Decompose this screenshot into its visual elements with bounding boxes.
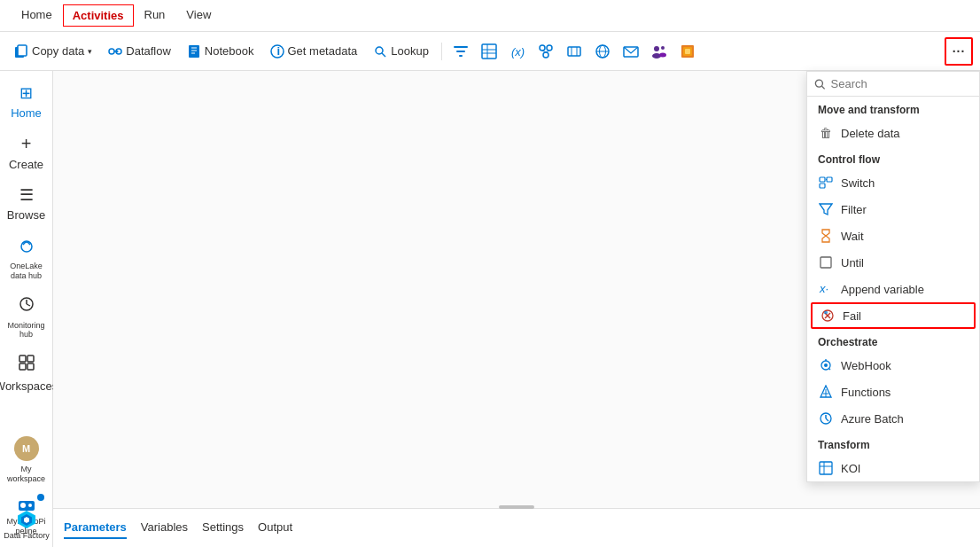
more-options-button[interactable]: ···: [945, 37, 973, 66]
sidebar-item-onelake[interactable]: OneLakedata hub: [4, 231, 50, 286]
svg-point-3: [109, 49, 114, 54]
sidebar-item-my-workspace[interactable]: M Myworkspace: [4, 431, 50, 489]
data-factory-label-container: Data Factory: [0, 503, 53, 547]
kol-item[interactable]: KOI: [807, 455, 979, 481]
delete-data-icon: 🗑: [818, 125, 834, 141]
pipeline-icon-btn-1[interactable]: [447, 40, 474, 63]
dataflow-label: Dataflow: [126, 44, 171, 58]
nav-view[interactable]: View: [175, 3, 222, 28]
pipeline-icon-btn-2[interactable]: [476, 40, 502, 63]
lookup-icon: [373, 44, 387, 59]
nav-home[interactable]: Home: [11, 3, 63, 28]
get-metadata-label: Get metadata: [288, 44, 358, 58]
until-item[interactable]: Until: [807, 249, 979, 276]
sidebar: ⊞ Home + Create ☰ Browse OneLakedata hub: [0, 71, 53, 547]
svg-rect-16: [456, 51, 465, 52]
delete-data-item[interactable]: 🗑 Delete data: [807, 120, 979, 146]
fail-label: Fail: [843, 309, 861, 323]
functions-item[interactable]: Functions: [807, 379, 979, 405]
lookup-button[interactable]: Lookup: [366, 41, 436, 62]
section-title-orchestrate: Orchestrate: [807, 329, 979, 352]
svg-rect-72: [19, 356, 26, 362]
search-input[interactable]: [831, 77, 972, 90]
kol-icon: [818, 460, 834, 476]
activities-dropdown: Move and transform 🗑 Delete data Control…: [806, 71, 980, 482]
sidebar-workspaces-label: Workspaces: [0, 379, 58, 393]
svg-rect-75: [27, 363, 34, 370]
sidebar-item-create[interactable]: + Create: [4, 129, 50, 176]
svg-rect-18: [482, 44, 496, 59]
append-variable-item[interactable]: x· Append variable: [807, 276, 979, 302]
functions-icon: [818, 384, 834, 400]
sidebar-create-label: Create: [9, 158, 43, 171]
svg-point-42: [815, 80, 822, 87]
layers-icon-btn[interactable]: [674, 40, 701, 63]
wait-label: Wait: [841, 230, 864, 243]
output-icon-btn[interactable]: [561, 40, 587, 63]
svg-marker-6: [116, 50, 119, 53]
switch-item[interactable]: Switch: [807, 169, 979, 196]
svg-rect-65: [820, 462, 832, 474]
teams-icon: [651, 43, 667, 59]
svg-rect-44: [820, 177, 825, 182]
svg-line-43: [822, 86, 825, 89]
teams-icon-btn[interactable]: [646, 40, 673, 63]
copy-data-button[interactable]: Copy data ▾: [7, 41, 99, 62]
sidebar-item-home[interactable]: ⊞ Home: [4, 78, 50, 125]
svg-rect-7: [189, 45, 199, 58]
svg-text:(x): (x): [511, 45, 525, 59]
dropdown-search-container: [807, 72, 979, 97]
svg-line-58: [829, 369, 831, 371]
svg-point-35: [654, 46, 659, 51]
tab-parameters[interactable]: Parameters: [64, 517, 127, 539]
svg-point-24: [547, 45, 552, 51]
svg-marker-48: [820, 204, 832, 215]
svg-line-27: [546, 51, 549, 52]
notebook-button[interactable]: Notebook: [180, 41, 261, 62]
tab-settings[interactable]: Settings: [202, 517, 244, 539]
svg-rect-28: [568, 47, 580, 56]
wait-item[interactable]: Wait: [807, 223, 979, 249]
sidebar-item-browse[interactable]: ☰ Browse: [4, 180, 50, 227]
switch-label: Switch: [841, 176, 875, 190]
azure-batch-icon: [818, 410, 834, 426]
branch-icon: [538, 43, 554, 59]
workspaces-icon: [18, 354, 35, 376]
web-icon-btn[interactable]: [589, 40, 616, 63]
svg-rect-41: [685, 49, 690, 54]
nav-run[interactable]: Run: [134, 3, 176, 28]
onelake-icon: [18, 236, 35, 258]
nav-activities[interactable]: Activities: [63, 4, 134, 27]
fail-item[interactable]: Fail: [811, 302, 976, 329]
sidebar-home-label: Home: [11, 106, 42, 120]
canvas-bottom-bar: Parameters Variables Settings Output: [53, 508, 980, 547]
delete-data-label: Delete data: [841, 127, 900, 140]
get-metadata-button[interactable]: i Get metadata: [263, 41, 365, 62]
variable-icon: (x): [509, 43, 525, 59]
sidebar-item-workspaces[interactable]: Workspaces: [4, 348, 50, 398]
tab-variables[interactable]: Variables: [141, 517, 188, 539]
layers-icon: [680, 43, 696, 59]
transform-icon-btn[interactable]: [533, 40, 559, 63]
table-icon: [481, 43, 497, 59]
webhook-item[interactable]: WebHook: [807, 352, 979, 379]
notebook-label: Notebook: [205, 44, 254, 58]
sidebar-browse-label: Browse: [7, 208, 45, 222]
svg-rect-54: [824, 311, 828, 314]
sidebar-item-monitoring[interactable]: Monitoringhub: [4, 290, 50, 346]
mail-icon-btn[interactable]: [618, 40, 644, 63]
toolbar: Copy data ▾ Dataflow Notebook: [0, 32, 980, 71]
copy-data-label: Copy data: [32, 44, 84, 58]
azure-batch-item[interactable]: Azure Batch: [807, 405, 979, 432]
tab-output[interactable]: Output: [258, 517, 292, 539]
variable-icon-btn[interactable]: (x): [504, 40, 531, 63]
dataflow-button[interactable]: Dataflow: [101, 41, 178, 62]
sidebar-monitoring-label: Monitoringhub: [7, 321, 44, 340]
resize-handle[interactable]: [499, 505, 534, 509]
avatar: M: [14, 436, 39, 461]
wait-icon: [818, 228, 834, 244]
section-title-transform: Transform: [807, 432, 979, 455]
globe-icon: [595, 43, 611, 59]
filter-item[interactable]: Filter: [807, 196, 979, 223]
filter-icon: [818, 201, 834, 217]
